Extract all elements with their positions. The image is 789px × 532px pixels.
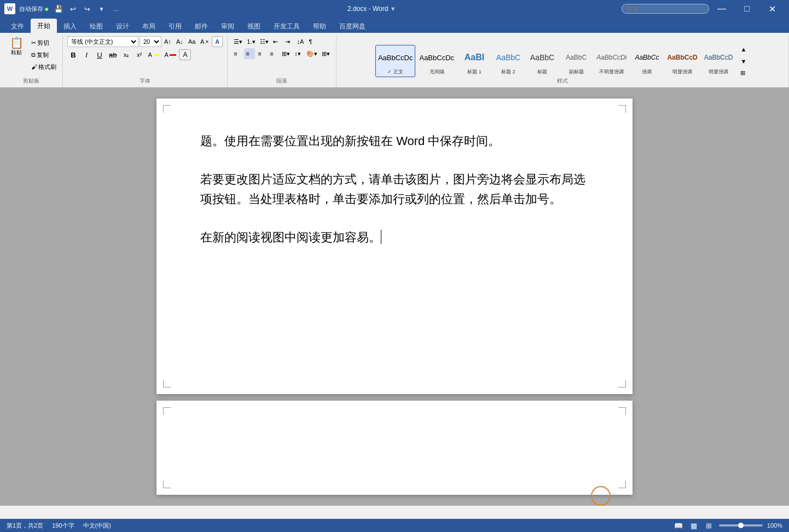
clipboard-label: 剪贴板 xyxy=(23,77,39,85)
tab-mailings[interactable]: 邮件 xyxy=(188,20,214,33)
grow-font-button[interactable]: A↑ xyxy=(163,36,173,47)
italic-button[interactable]: I xyxy=(80,49,92,60)
multilevel-list-button[interactable]: ☷▾ xyxy=(258,36,270,47)
paste-icon: 📋 xyxy=(10,37,24,48)
highlight-color-button[interactable]: A xyxy=(146,49,161,60)
customize-qa-button[interactable]: ▼ xyxy=(95,3,107,15)
font-row-1: 等线 (中文正文) 20 A↑ A↓ Aa A✕ A xyxy=(67,36,223,47)
redo-button[interactable]: ↪ xyxy=(81,3,93,15)
tab-insert[interactable]: 插入 xyxy=(57,20,83,33)
document-page-2[interactable] xyxy=(156,401,633,495)
change-case-button[interactable]: Aa xyxy=(187,36,198,47)
corner-tr-p2 xyxy=(618,407,626,415)
style-more[interactable]: AaBbCcD 明显强调 xyxy=(701,45,736,77)
line-spacing-button[interactable]: ↕▾ xyxy=(293,48,304,59)
tab-layout[interactable]: 布局 xyxy=(136,20,162,33)
word-icon: W xyxy=(4,3,15,14)
style-emphasis[interactable]: AaBbCc 强调 xyxy=(630,45,663,77)
tab-developer[interactable]: 开发工具 xyxy=(267,20,306,33)
status-bar: 第1页，共2页 190个字 中文(中国) 📖 ▦ ⊞ 100% xyxy=(0,519,789,532)
cursor-indicator xyxy=(591,486,611,506)
tab-view[interactable]: 视图 xyxy=(241,20,267,33)
autosave-toggle[interactable]: 自动保存 ● xyxy=(18,3,50,14)
style-subtitle[interactable]: AaBbC 副标题 xyxy=(560,45,593,77)
text-effects-button[interactable]: A xyxy=(212,36,223,47)
borders-button[interactable]: ⊞▾ xyxy=(320,48,332,59)
style-heading1[interactable]: AaBI 标题 1 xyxy=(458,45,491,77)
styles-scroll-up[interactable]: ▲ xyxy=(739,44,750,55)
styles-group-label: 样式 xyxy=(557,77,568,85)
font-name-select[interactable]: 等线 (中文正文) xyxy=(67,36,138,47)
more-tools-button[interactable]: ... xyxy=(109,3,121,15)
text-box-button[interactable]: A xyxy=(179,49,191,60)
clear-format-button[interactable]: A✕ xyxy=(199,36,211,47)
web-view-button[interactable]: ⊞ xyxy=(704,521,715,530)
superscript-button[interactable]: x² xyxy=(133,49,145,60)
zoom-level: 100% xyxy=(767,522,782,529)
styles-expand[interactable]: ⊞ xyxy=(739,68,750,79)
print-view-button[interactable]: ▦ xyxy=(688,521,699,530)
minimize-button[interactable]: — xyxy=(709,0,734,18)
shading-button[interactable]: 🎨▾ xyxy=(305,48,319,59)
align-center-button[interactable]: ≡ xyxy=(244,48,255,59)
format-painter-icon: 🖌 xyxy=(31,63,37,70)
style-subtle-emphasis[interactable]: AaBbCcDi 不明显强调 xyxy=(594,45,629,77)
numbering-button[interactable]: 1.▾ xyxy=(245,36,257,47)
style-normal[interactable]: AaBbCcDc ✓ 正文 xyxy=(375,45,416,77)
cut-button[interactable]: ✂ 剪切 xyxy=(30,37,58,48)
style-intense-emphasis[interactable]: AaBbCcD 明显强调 xyxy=(664,45,700,77)
decrease-indent-button[interactable]: ⇤ xyxy=(271,36,282,47)
font-size-select[interactable]: 20 xyxy=(140,36,161,47)
styles-scroll-down[interactable]: ▼ xyxy=(739,56,750,67)
sort-button[interactable]: ↕A xyxy=(295,36,306,47)
align-left-button[interactable]: ≡ xyxy=(232,48,243,59)
maximize-button[interactable]: □ xyxy=(734,0,759,18)
paste-label: 粘贴 xyxy=(11,49,22,56)
strikethrough-button[interactable]: ab xyxy=(107,49,119,60)
title-bar: W 自动保存 ● 💾 ↩ ↪ ▼ ... 2.docx - Word ▼ — □… xyxy=(0,0,789,18)
styles-list: AaBbCcDc ✓ 正文 AaBbCcDc 无间隔 AaBI 标题 1 AaB… xyxy=(375,45,736,77)
undo-button[interactable]: ↩ xyxy=(67,3,79,15)
zoom-slider[interactable] xyxy=(719,524,763,527)
tab-design[interactable]: 设计 xyxy=(109,20,136,33)
style-heading2[interactable]: AaBbC 标题 2 xyxy=(492,45,525,77)
read-view-button[interactable]: 📖 xyxy=(673,521,684,530)
justify-button[interactable]: ≡ xyxy=(268,48,279,59)
close-button[interactable]: ✕ xyxy=(759,0,785,18)
document-area[interactable]: 题。使用在需要位置出现的新按钮在 Word 中保存时间。 若要更改图片适应文档的… xyxy=(0,88,789,506)
corner-tl-p2 xyxy=(163,407,171,415)
tab-review[interactable]: 审阅 xyxy=(214,20,241,33)
shrink-font-button[interactable]: A↓ xyxy=(175,36,185,47)
tab-baidu[interactable]: 百度网盘 xyxy=(333,20,372,33)
font-color-button[interactable]: A xyxy=(163,49,178,60)
format-painter-button[interactable]: 🖌 格式刷 xyxy=(30,61,58,72)
bold-button[interactable]: B xyxy=(67,49,79,60)
underline-button[interactable]: U xyxy=(94,49,106,60)
save-button[interactable]: 💾 xyxy=(53,3,65,15)
corner-br xyxy=(618,380,626,388)
tab-file[interactable]: 文件 xyxy=(4,20,31,33)
page-1-content[interactable]: 题。使用在需要位置出现的新按钮在 Word 中保存时间。 若要更改图片适应文档的… xyxy=(200,131,589,247)
page-info: 第1页，共2页 xyxy=(7,522,43,530)
paste-button[interactable]: 📋 粘贴 xyxy=(4,36,28,57)
copy-button[interactable]: ⧉ 复制 xyxy=(30,49,58,60)
document-page-1[interactable]: 题。使用在需要位置出现的新按钮在 Word 中保存时间。 若要更改图片适应文档的… xyxy=(156,99,633,394)
tab-help[interactable]: 帮助 xyxy=(306,20,333,33)
title-bar-left: W 自动保存 ● 💾 ↩ ↪ ▼ ... xyxy=(4,3,121,15)
bullets-button[interactable]: ☰▾ xyxy=(232,36,244,47)
align-right-button[interactable]: ≡ xyxy=(256,48,267,59)
search-input[interactable] xyxy=(622,4,709,14)
corner-bl-p2 xyxy=(163,481,171,488)
increase-indent-button[interactable]: ⇥ xyxy=(283,36,294,47)
subscript-button[interactable]: x₂ xyxy=(120,49,132,60)
word-text: Word xyxy=(396,134,425,148)
corner-br-p2 xyxy=(618,481,626,488)
style-title[interactable]: AaBbC 标题 xyxy=(526,45,559,77)
style-no-spacing[interactable]: AaBbCcDc 无间隔 xyxy=(416,45,457,77)
column-button[interactable]: ⊞▾ xyxy=(280,48,292,59)
language: 中文(中国) xyxy=(83,522,111,530)
tab-home[interactable]: 开始 xyxy=(31,19,57,33)
show-formatting-button[interactable]: ¶ xyxy=(308,36,318,47)
tab-references[interactable]: 引用 xyxy=(162,20,188,33)
tab-draw[interactable]: 绘图 xyxy=(83,20,109,33)
